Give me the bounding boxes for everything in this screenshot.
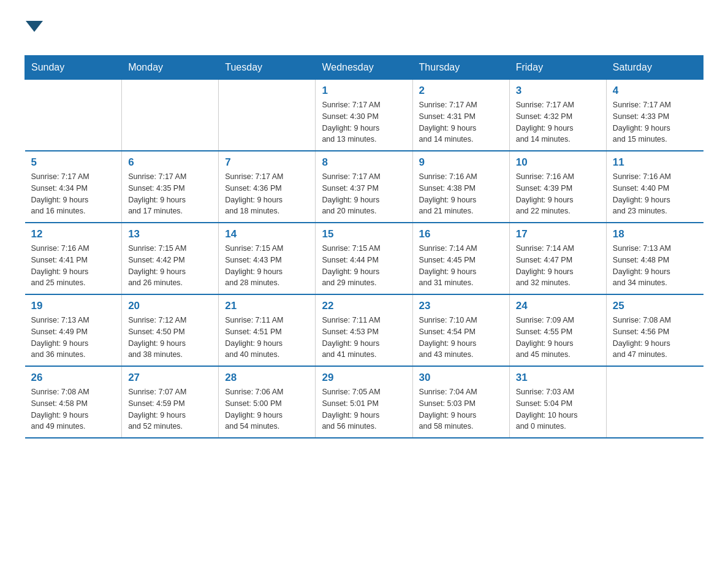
day-number: 30 <box>419 372 503 384</box>
calendar-cell: 29Sunrise: 7:05 AM Sunset: 5:01 PM Dayli… <box>316 366 412 438</box>
day-info: Sunrise: 7:17 AM Sunset: 4:35 PM Dayligh… <box>128 171 212 217</box>
day-number: 29 <box>322 372 406 384</box>
calendar-cell: 25Sunrise: 7:08 AM Sunset: 4:56 PM Dayli… <box>606 294 703 366</box>
day-info: Sunrise: 7:09 AM Sunset: 4:55 PM Dayligh… <box>516 315 600 361</box>
day-info: Sunrise: 7:06 AM Sunset: 5:00 PM Dayligh… <box>225 386 309 432</box>
header-day-saturday: Saturday <box>606 56 703 80</box>
header-day-thursday: Thursday <box>412 56 509 80</box>
day-number: 3 <box>516 85 600 97</box>
week-row-3: 12Sunrise: 7:16 AM Sunset: 4:41 PM Dayli… <box>25 223 703 294</box>
header-day-wednesday: Wednesday <box>316 56 412 80</box>
calendar-body: 1Sunrise: 7:17 AM Sunset: 4:30 PM Daylig… <box>25 80 703 439</box>
day-info: Sunrise: 7:15 AM Sunset: 4:42 PM Dayligh… <box>128 243 212 289</box>
calendar-cell: 8Sunrise: 7:17 AM Sunset: 4:37 PM Daylig… <box>316 151 412 223</box>
day-number: 28 <box>225 372 309 384</box>
day-info: Sunrise: 7:16 AM Sunset: 4:38 PM Dayligh… <box>419 171 503 217</box>
day-number: 13 <box>128 228 212 240</box>
day-info: Sunrise: 7:14 AM Sunset: 4:45 PM Dayligh… <box>419 243 503 289</box>
calendar-cell: 5Sunrise: 7:17 AM Sunset: 4:34 PM Daylig… <box>25 151 122 223</box>
day-number: 18 <box>613 228 697 240</box>
day-number: 25 <box>613 300 697 312</box>
day-info: Sunrise: 7:14 AM Sunset: 4:47 PM Dayligh… <box>516 243 600 289</box>
day-number: 6 <box>128 156 212 169</box>
calendar-cell: 27Sunrise: 7:07 AM Sunset: 4:59 PM Dayli… <box>122 366 219 438</box>
day-number: 1 <box>322 85 406 97</box>
day-number: 21 <box>225 300 309 312</box>
header-day-friday: Friday <box>509 56 606 80</box>
day-info: Sunrise: 7:11 AM Sunset: 4:51 PM Dayligh… <box>225 315 309 361</box>
calendar-cell: 16Sunrise: 7:14 AM Sunset: 4:45 PM Dayli… <box>412 223 509 294</box>
day-number: 12 <box>31 228 116 240</box>
day-info: Sunrise: 7:17 AM Sunset: 4:31 PM Dayligh… <box>419 99 503 145</box>
header-day-sunday: Sunday <box>25 56 122 80</box>
day-number: 20 <box>128 300 212 312</box>
calendar-cell: 11Sunrise: 7:16 AM Sunset: 4:40 PM Dayli… <box>606 151 703 223</box>
day-info: Sunrise: 7:13 AM Sunset: 4:49 PM Dayligh… <box>31 315 116 361</box>
day-info: Sunrise: 7:05 AM Sunset: 5:01 PM Dayligh… <box>322 386 406 432</box>
day-info: Sunrise: 7:15 AM Sunset: 4:43 PM Dayligh… <box>225 243 309 289</box>
calendar-cell: 6Sunrise: 7:17 AM Sunset: 4:35 PM Daylig… <box>122 151 219 223</box>
logo-arrow-icon <box>26 21 43 32</box>
day-info: Sunrise: 7:12 AM Sunset: 4:50 PM Dayligh… <box>128 315 212 361</box>
calendar-cell <box>219 80 316 151</box>
day-info: Sunrise: 7:11 AM Sunset: 4:53 PM Dayligh… <box>322 315 406 361</box>
calendar-cell: 7Sunrise: 7:17 AM Sunset: 4:36 PM Daylig… <box>219 151 316 223</box>
calendar-cell: 1Sunrise: 7:17 AM Sunset: 4:30 PM Daylig… <box>316 80 412 151</box>
day-number: 10 <box>516 156 600 169</box>
calendar-table: SundayMondayTuesdayWednesdayThursdayFrid… <box>25 55 703 439</box>
day-info: Sunrise: 7:17 AM Sunset: 4:34 PM Dayligh… <box>31 171 116 217</box>
header-row: SundayMondayTuesdayWednesdayThursdayFrid… <box>25 56 703 80</box>
calendar-cell <box>25 80 122 151</box>
week-row-2: 5Sunrise: 7:17 AM Sunset: 4:34 PM Daylig… <box>25 151 703 223</box>
calendar-cell: 30Sunrise: 7:04 AM Sunset: 5:03 PM Dayli… <box>412 366 509 438</box>
day-number: 19 <box>31 300 116 312</box>
calendar-cell: 26Sunrise: 7:08 AM Sunset: 4:58 PM Dayli… <box>25 366 122 438</box>
calendar-cell: 20Sunrise: 7:12 AM Sunset: 4:50 PM Dayli… <box>122 294 219 366</box>
calendar-header: SundayMondayTuesdayWednesdayThursdayFrid… <box>25 56 703 80</box>
day-number: 14 <box>225 228 309 240</box>
day-number: 31 <box>516 372 600 384</box>
day-number: 15 <box>322 228 406 240</box>
calendar-cell: 22Sunrise: 7:11 AM Sunset: 4:53 PM Dayli… <box>316 294 412 366</box>
day-number: 16 <box>419 228 503 240</box>
day-number: 2 <box>419 85 503 97</box>
day-number: 24 <box>516 300 600 312</box>
day-info: Sunrise: 7:16 AM Sunset: 4:41 PM Dayligh… <box>31 243 116 289</box>
day-number: 9 <box>419 156 503 169</box>
calendar-cell: 14Sunrise: 7:15 AM Sunset: 4:43 PM Dayli… <box>219 223 316 294</box>
day-info: Sunrise: 7:04 AM Sunset: 5:03 PM Dayligh… <box>419 386 503 432</box>
calendar-cell: 23Sunrise: 7:10 AM Sunset: 4:54 PM Dayli… <box>412 294 509 366</box>
day-info: Sunrise: 7:10 AM Sunset: 4:54 PM Dayligh… <box>419 315 503 361</box>
calendar-cell: 9Sunrise: 7:16 AM Sunset: 4:38 PM Daylig… <box>412 151 509 223</box>
header-day-tuesday: Tuesday <box>219 56 316 80</box>
calendar-cell: 31Sunrise: 7:03 AM Sunset: 5:04 PM Dayli… <box>509 366 606 438</box>
day-info: Sunrise: 7:08 AM Sunset: 4:58 PM Dayligh… <box>31 386 116 432</box>
day-info: Sunrise: 7:03 AM Sunset: 5:04 PM Dayligh… <box>516 386 600 432</box>
calendar-cell <box>606 366 703 438</box>
day-number: 11 <box>613 156 697 169</box>
header-day-monday: Monday <box>122 56 219 80</box>
calendar-cell: 13Sunrise: 7:15 AM Sunset: 4:42 PM Dayli… <box>122 223 219 294</box>
calendar-cell <box>122 80 219 151</box>
day-number: 4 <box>613 85 697 97</box>
day-info: Sunrise: 7:16 AM Sunset: 4:40 PM Dayligh… <box>613 171 697 217</box>
page-header <box>25 18 703 43</box>
calendar-cell: 28Sunrise: 7:06 AM Sunset: 5:00 PM Dayli… <box>219 366 316 438</box>
calendar-cell: 19Sunrise: 7:13 AM Sunset: 4:49 PM Dayli… <box>25 294 122 366</box>
calendar-cell: 17Sunrise: 7:14 AM Sunset: 4:47 PM Dayli… <box>509 223 606 294</box>
calendar-cell: 2Sunrise: 7:17 AM Sunset: 4:31 PM Daylig… <box>412 80 509 151</box>
day-number: 27 <box>128 372 212 384</box>
calendar-cell: 24Sunrise: 7:09 AM Sunset: 4:55 PM Dayli… <box>509 294 606 366</box>
week-row-1: 1Sunrise: 7:17 AM Sunset: 4:30 PM Daylig… <box>25 80 703 151</box>
day-info: Sunrise: 7:17 AM Sunset: 4:37 PM Dayligh… <box>322 171 406 217</box>
day-info: Sunrise: 7:17 AM Sunset: 4:32 PM Dayligh… <box>516 99 600 145</box>
day-number: 22 <box>322 300 406 312</box>
day-number: 23 <box>419 300 503 312</box>
week-row-4: 19Sunrise: 7:13 AM Sunset: 4:49 PM Dayli… <box>25 294 703 366</box>
week-row-5: 26Sunrise: 7:08 AM Sunset: 4:58 PM Dayli… <box>25 366 703 438</box>
day-info: Sunrise: 7:13 AM Sunset: 4:48 PM Dayligh… <box>613 243 697 289</box>
day-number: 8 <box>322 156 406 169</box>
day-number: 5 <box>31 156 116 169</box>
day-info: Sunrise: 7:08 AM Sunset: 4:56 PM Dayligh… <box>613 315 697 361</box>
day-info: Sunrise: 7:07 AM Sunset: 4:59 PM Dayligh… <box>128 386 212 432</box>
